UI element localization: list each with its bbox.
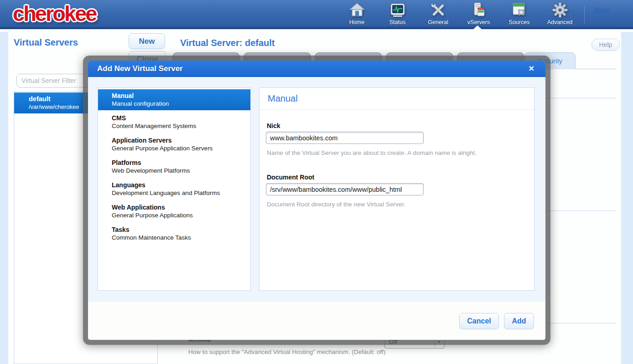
nick-label: Nick bbox=[267, 122, 280, 129]
add-virtual-server-dialog: Add New Virtual Server ✕ Manual Manual c… bbox=[83, 56, 550, 345]
nick-help-text: Name of the Virtual Server you are about… bbox=[267, 149, 477, 156]
home-icon bbox=[349, 2, 365, 18]
category-cms[interactable]: CMS Content Management Systems bbox=[98, 112, 250, 133]
manual-config-panel: Manual Nick Name of the Virtual Server y… bbox=[259, 87, 534, 291]
cancel-button[interactable]: Cancel bbox=[459, 313, 499, 329]
document-root-help-text: Document Root directory of the new Virtu… bbox=[267, 201, 405, 208]
sources-icon bbox=[511, 2, 528, 18]
nav-item-advanced[interactable]: Advanced bbox=[540, 2, 580, 28]
panel-heading-divider bbox=[259, 109, 534, 110]
category-tasks[interactable]: Tasks Common Maintenance Tasks bbox=[98, 223, 250, 244]
page-title: Virtual Server: default bbox=[180, 38, 275, 48]
nav-bottom-strip bbox=[0, 29, 633, 32]
main-nav: Home Status General vServers bbox=[337, 2, 580, 28]
method-help-text: How to support the "Advanced Virtual Hos… bbox=[188, 349, 385, 355]
nav-item-general[interactable]: General bbox=[418, 2, 458, 28]
new-virtual-server-button[interactable]: New bbox=[129, 33, 165, 49]
nav-item-vservers[interactable]: vServers bbox=[458, 2, 499, 28]
nav-label: Status bbox=[389, 19, 405, 26]
sidebar-title: Virtual Servers bbox=[14, 37, 78, 48]
dialog-titlebar: Add New Virtual Server ✕ bbox=[88, 61, 545, 77]
help-button[interactable]: Help bbox=[591, 39, 620, 51]
add-button[interactable]: Add bbox=[504, 313, 534, 329]
category-languages[interactable]: Languages Development Languages and Plat… bbox=[98, 179, 250, 200]
active-nav-pointer bbox=[473, 26, 482, 29]
document-root-label: Document Root bbox=[267, 174, 314, 181]
servers-icon bbox=[471, 2, 487, 18]
nav-item-status[interactable]: Status bbox=[377, 2, 418, 28]
category-application-servers[interactable]: Application Servers General Purpose Appl… bbox=[98, 134, 250, 155]
nav-label: Advanced bbox=[547, 19, 573, 26]
dialog-title: Add New Virtual Server bbox=[97, 64, 183, 73]
nav-label: vServers bbox=[467, 19, 490, 26]
nav-label: General bbox=[428, 19, 448, 26]
nav-item-sources[interactable]: Sources bbox=[499, 2, 540, 28]
top-navigation: cherokee Home Status General bbox=[0, 0, 633, 29]
gear-icon bbox=[552, 2, 568, 18]
cherokee-logo: cherokee bbox=[13, 1, 96, 26]
panel-heading: Manual bbox=[268, 93, 298, 104]
tools-icon bbox=[430, 2, 446, 18]
nick-input[interactable] bbox=[266, 132, 424, 144]
category-web-applications[interactable]: Web Applications General Purpose Applica… bbox=[98, 201, 250, 222]
nav-label: Sources bbox=[509, 19, 530, 26]
dialog-body: Manual Manual configuration CMS Content … bbox=[88, 77, 545, 302]
dialog-footer: Cancel Add bbox=[88, 302, 545, 340]
wizard-category-list: Manual Manual configuration CMS Content … bbox=[98, 87, 251, 291]
category-platforms[interactable]: Platforms Web Development Platforms bbox=[98, 156, 250, 177]
nav-label: Home bbox=[349, 19, 364, 26]
dialog-window: Add New Virtual Server ✕ Manual Manual c… bbox=[88, 61, 545, 340]
status-icon bbox=[389, 2, 406, 18]
nav-divider bbox=[584, 6, 585, 24]
category-manual[interactable]: Manual Manual configuration bbox=[98, 89, 250, 110]
nav-item-home[interactable]: Home bbox=[337, 2, 377, 28]
close-icon[interactable]: ✕ bbox=[529, 64, 534, 73]
document-root-input[interactable] bbox=[266, 183, 424, 195]
cherokee-admin-window: cherokee Home Status General bbox=[0, 0, 633, 364]
save-link[interactable]: Save bbox=[594, 6, 610, 14]
